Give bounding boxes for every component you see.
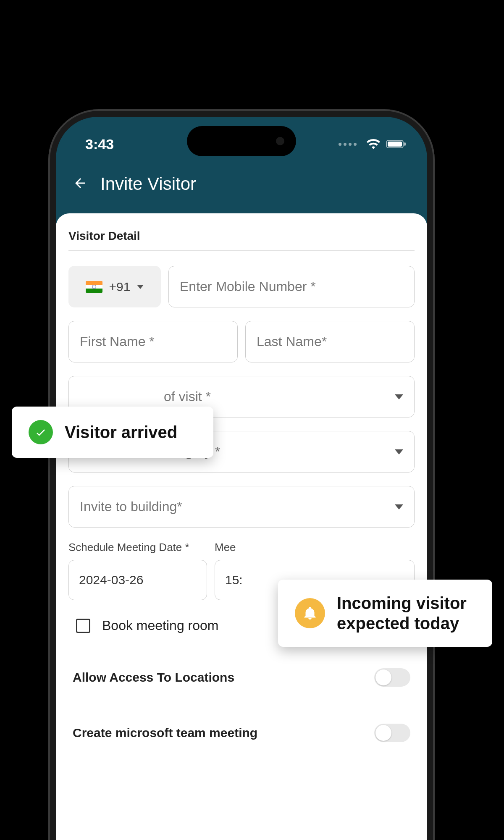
device-notch	[187, 126, 296, 156]
back-arrow-icon[interactable]	[73, 176, 88, 192]
allow-access-toggle[interactable]	[374, 668, 410, 687]
svg-rect-1	[388, 142, 402, 147]
divider	[68, 250, 415, 251]
chevron-down-icon	[395, 504, 403, 509]
divider	[68, 652, 415, 652]
chevron-down-icon	[395, 394, 403, 399]
phone-frame: 3:43 Invite Visitor Visitor Deta	[48, 109, 435, 840]
content-card: Visitor Detail +91 Enter Mobile Number *…	[56, 213, 427, 840]
building-select[interactable]: Invite to building*	[68, 486, 415, 528]
incoming-visitor-text: Incoming visitor expected today	[337, 593, 475, 633]
battery-icon	[386, 139, 406, 149]
status-time: 3:43	[85, 128, 114, 152]
chevron-down-icon	[137, 285, 144, 289]
visitor-arrived-text: Visitor arrived	[65, 422, 177, 442]
create-teams-toggle[interactable]	[374, 724, 410, 742]
building-select-label: Invite to building*	[80, 499, 182, 514]
create-teams-label: Create microsoft team meeting	[73, 726, 257, 740]
india-flag-icon	[86, 281, 102, 293]
create-teams-row: Create microsoft team meeting	[68, 698, 415, 754]
chevron-down-icon	[395, 449, 403, 454]
last-name-input[interactable]: Last Name*	[245, 321, 415, 362]
country-code-value: +91	[109, 280, 131, 294]
schedule-date-label: Schedule Meeting Date *	[68, 541, 207, 554]
section-title: Visitor Detail	[68, 226, 415, 250]
incoming-visitor-callout: Incoming visitor expected today	[278, 580, 492, 647]
meeting-time-label: Mee	[215, 541, 415, 554]
mobile-number-input[interactable]: Enter Mobile Number *	[168, 266, 415, 307]
mobile-row: +91 Enter Mobile Number *	[68, 266, 415, 307]
toggle-knob	[375, 725, 391, 741]
purpose-select-label: of visit *	[80, 389, 211, 404]
book-room-label: Book meeting room	[102, 618, 218, 633]
book-room-checkbox[interactable]	[76, 619, 90, 633]
toggle-knob	[375, 669, 391, 685]
wifi-icon	[367, 139, 380, 149]
page-title: Invite Visitor	[100, 174, 196, 194]
schedule-date-input[interactable]: 2024-03-26	[68, 560, 207, 600]
status-indicators	[339, 131, 406, 149]
visitor-arrived-callout: Visitor arrived	[12, 407, 213, 458]
name-row: First Name * Last Name*	[68, 321, 415, 362]
allow-access-label: Allow Access To Locations	[73, 670, 234, 685]
building-row: Invite to building*	[68, 486, 415, 528]
bell-circle-icon	[295, 598, 325, 628]
front-camera	[276, 137, 284, 145]
country-code-select[interactable]: +91	[68, 266, 161, 307]
page-dots-icon	[339, 143, 357, 146]
svg-rect-2	[404, 142, 406, 146]
check-circle-icon	[29, 420, 53, 444]
app-bar: Invite Visitor	[56, 163, 427, 205]
first-name-input[interactable]: First Name *	[68, 321, 238, 362]
allow-access-row: Allow Access To Locations	[68, 656, 415, 698]
phone-screen: 3:43 Invite Visitor Visitor Deta	[56, 117, 427, 840]
